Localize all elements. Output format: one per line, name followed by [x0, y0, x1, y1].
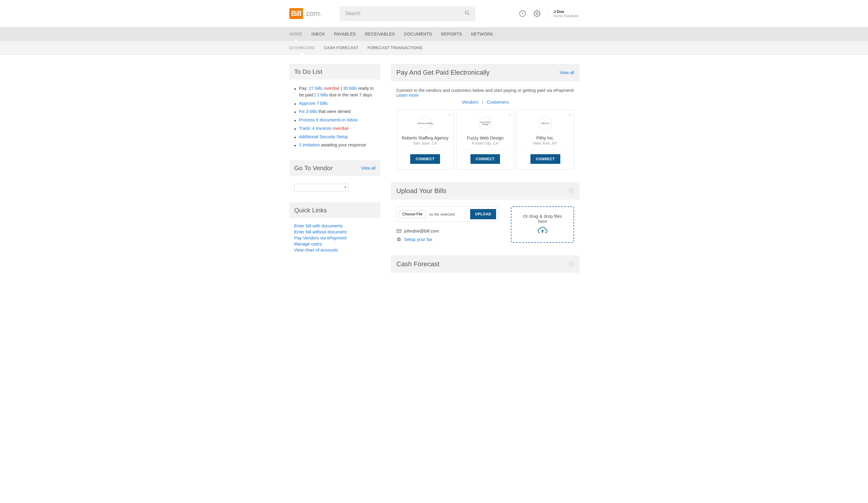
- pay-27-link[interactable]: 27 bills: [309, 86, 322, 91]
- nav-inbox[interactable]: INBOX: [311, 27, 325, 41]
- cash-forecast-panel: Cash Forecast ?: [391, 255, 580, 273]
- pay-panel-title: Pay And Get Paid Electronically: [396, 69, 489, 76]
- quick-link-manage-users[interactable]: Manage users: [294, 241, 375, 247]
- quick-link-enter-bill-docs[interactable]: Enter bill with documents: [294, 223, 375, 229]
- close-icon[interactable]: ×: [568, 113, 571, 117]
- svg-rect-9: [398, 238, 400, 239]
- nav-primary: HOME INBOX PAYABLES RECEIVABLES DOCUMENT…: [0, 27, 868, 41]
- vendor-icon-text: Roberts Staffing: [418, 122, 433, 124]
- todo-item-track: Track: 4 invoices overdue: [292, 124, 378, 133]
- logo[interactable]: Bill .com ®: [289, 8, 322, 19]
- connect-button[interactable]: CONNECT: [530, 154, 560, 164]
- setup-fax-link[interactable]: Setup your fax: [404, 237, 433, 242]
- track-link[interactable]: Track: 4 invoices: [299, 126, 331, 131]
- vendors-link[interactable]: Vendors: [462, 99, 478, 105]
- subnav-forecast-transactions[interactable]: FORECAST TRANSACTIONS: [368, 41, 422, 54]
- quick-links-list: Enter bill with documents Enter bill wit…: [294, 223, 375, 253]
- vendor-name: Pithy Inc.: [520, 136, 570, 140]
- help-icon[interactable]: ?: [569, 261, 574, 267]
- vendor-icon-text: Pithy Inc: [541, 122, 549, 124]
- vendor-cards: × Roberts Staffing Roberts Staffing Agen…: [396, 110, 574, 170]
- todo-item-invite: 1 invitation awaiting your response: [292, 141, 378, 149]
- pay-30-link[interactable]: 30 bills: [343, 86, 356, 91]
- pay-overdue-text: overdue: [322, 86, 339, 91]
- svg-line-1: [468, 13, 469, 15]
- todo-item-fix: Fix 3 bills that were denied: [292, 107, 378, 116]
- quick-links-header: Quick Links: [289, 202, 380, 218]
- nav-documents[interactable]: DOCUMENTS: [404, 27, 432, 41]
- quick-link-pay-vendors[interactable]: Pay Vendors via ePayment: [294, 235, 375, 241]
- nav-payables[interactable]: PAYABLES: [334, 27, 355, 41]
- todo-item-approve: Approve 7 bills: [292, 99, 378, 108]
- upload-row: Choose File no file selected UPLOAD john…: [396, 206, 574, 243]
- pay-prefix: Pay:: [299, 86, 309, 91]
- vendor-location: San Jose, CA: [403, 141, 447, 150]
- pay-panel-viewall[interactable]: View all: [560, 70, 574, 75]
- invite-link[interactable]: 1 invitation: [299, 143, 320, 147]
- vendor-name: Fuzzy Web Design: [460, 136, 510, 140]
- nav-home[interactable]: HOME: [289, 27, 302, 41]
- cash-forecast-header: Cash Forecast ?: [391, 255, 580, 273]
- nav-secondary: DASHBOARD CASH FORECAST FORECAST TRANSAC…: [0, 41, 868, 55]
- vendor-select[interactable]: [294, 184, 349, 191]
- header: Bill .com ® J Doe Acme Solutions: [217, 0, 651, 27]
- cloud-upload-icon: [537, 227, 548, 235]
- dropzone[interactable]: Or drag & drop files here: [511, 206, 574, 243]
- connect-button[interactable]: CONNECT: [410, 154, 440, 164]
- pay-sep1: |: [340, 86, 343, 91]
- upload-panel-body: Choose File no file selected UPLOAD john…: [391, 200, 580, 249]
- left-column: To Do List Pay: 27 bills overdue | 30 bi…: [289, 64, 380, 264]
- upload-button[interactable]: UPLOAD: [470, 209, 496, 219]
- search-icon[interactable]: [464, 10, 470, 17]
- choose-file-button[interactable]: Choose File: [399, 210, 426, 218]
- nav-receivables[interactable]: RECEIVABLES: [365, 27, 395, 41]
- invite-rest: awaiting your response: [320, 143, 366, 147]
- email-text: johndoe@bill.com: [404, 229, 439, 233]
- search-input[interactable]: [345, 11, 464, 16]
- gear-icon[interactable]: [533, 9, 541, 18]
- goto-vendor-viewall[interactable]: View all: [361, 166, 375, 170]
- security-link[interactable]: Additional Security Setup: [299, 134, 348, 139]
- subnav-dashboard[interactable]: DASHBOARD: [289, 41, 315, 54]
- subnav-cash-forecast[interactable]: CASH FORECAST: [324, 41, 358, 54]
- svg-rect-7: [397, 230, 401, 232]
- approve-link[interactable]: Approve 7 bills: [299, 101, 328, 106]
- quick-link-enter-bill-nodoc[interactable]: Enter bill without document: [294, 229, 375, 235]
- svg-point-0: [465, 11, 469, 14]
- user-org: Acme Solutions: [554, 14, 579, 18]
- goto-vendor-title: Go To Vendor: [294, 165, 333, 172]
- vendor-logo-roberts: Roberts Staffing: [417, 116, 434, 131]
- upload-panel-title: Upload Your Bills: [396, 187, 446, 195]
- close-icon[interactable]: ×: [508, 113, 511, 117]
- learn-more-link[interactable]: Learn more: [396, 93, 418, 97]
- fix-link[interactable]: Fix 3 bills: [299, 109, 317, 114]
- nav-network[interactable]: NETWORK: [471, 27, 493, 41]
- pay-2-link[interactable]: 2 bills: [317, 93, 328, 97]
- quick-links-title: Quick Links: [294, 207, 327, 214]
- todo-header: To Do List: [289, 64, 380, 80]
- mail-icon: [396, 229, 401, 233]
- quick-link-chart-accounts[interactable]: View chart of accounts: [294, 247, 375, 253]
- process-link[interactable]: Process 9 documents in Inbox: [299, 117, 358, 122]
- user-block[interactable]: J Doe Acme Solutions: [547, 9, 579, 18]
- vendor-name: Roberts Staffing Agency: [400, 136, 450, 140]
- connect-button[interactable]: CONNECT: [471, 154, 500, 164]
- header-right: J Doe Acme Solutions: [518, 9, 579, 18]
- vendor-card-pithy: × Pithy Inc Pithy Inc. New York, NY CONN…: [517, 110, 574, 170]
- fax-icon: [396, 237, 401, 242]
- todo-item-process: Process 9 documents in Inbox: [292, 116, 378, 124]
- user-name: J Doe: [554, 9, 579, 14]
- close-icon[interactable]: ×: [448, 113, 451, 117]
- customers-link[interactable]: Customers: [487, 99, 509, 105]
- upload-panel: Upload Your Bills ? Choose File no file …: [391, 182, 580, 249]
- fax-row: Setup your fax: [396, 237, 499, 242]
- search-box[interactable]: [340, 6, 475, 21]
- vendor-icon-text: Fuzzy Web Design: [477, 121, 494, 125]
- goto-vendor-panel: Go To Vendor View all: [289, 160, 380, 196]
- vendor-location: New York, NY: [524, 141, 567, 150]
- clock-icon[interactable]: [518, 9, 527, 18]
- nav-reports[interactable]: REPORTS: [441, 27, 462, 41]
- goto-vendor-body: [289, 176, 380, 196]
- help-icon[interactable]: ?: [569, 188, 574, 194]
- no-file-text: no file selected: [429, 212, 467, 217]
